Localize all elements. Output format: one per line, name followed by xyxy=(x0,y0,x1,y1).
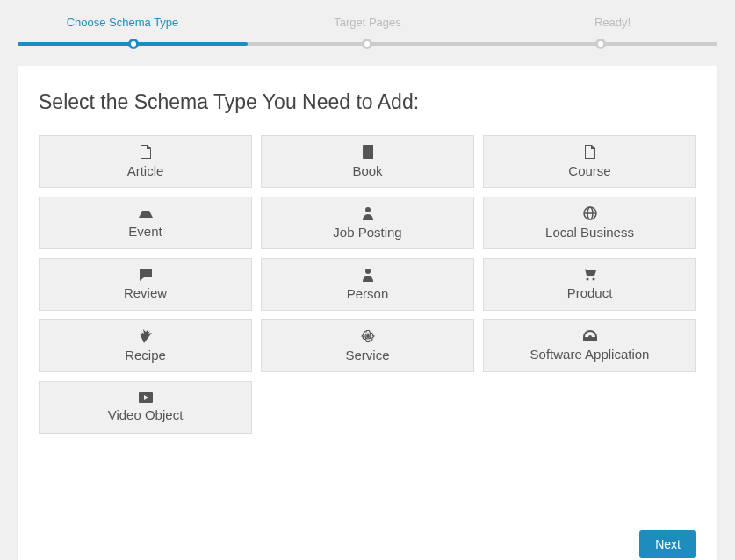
schema-card-label: Event xyxy=(128,224,162,239)
schema-card-label: Person xyxy=(347,286,389,301)
play-icon xyxy=(139,392,153,407)
event-icon xyxy=(139,207,153,224)
next-button[interactable]: Next xyxy=(639,530,696,558)
svg-point-4 xyxy=(365,269,371,274)
schema-card-job-posting[interactable]: Job Posting xyxy=(261,197,474,249)
schema-card-course[interactable]: Course xyxy=(483,135,696,188)
schema-card-label: Recipe xyxy=(125,348,166,363)
gear-icon xyxy=(361,329,375,348)
schema-card-label: Book xyxy=(352,163,382,178)
step-ready[interactable]: Ready! xyxy=(490,16,735,45)
schema-grid: ArticleBookCourseEventJob PostingLocal B… xyxy=(39,135,696,434)
svg-point-7 xyxy=(366,334,370,338)
schema-card-person[interactable]: Person xyxy=(261,258,474,311)
cart-icon xyxy=(583,269,597,285)
schema-card-local-business[interactable]: Local Business xyxy=(483,197,696,249)
schema-card-label: Software Application xyxy=(530,347,650,362)
schema-card-label: Article xyxy=(127,163,164,178)
schema-card-service[interactable]: Service xyxy=(261,319,474,372)
schema-card-label: Local Business xyxy=(545,225,634,240)
schema-card-review[interactable]: Review xyxy=(39,258,252,311)
file-icon xyxy=(140,145,152,163)
step-dot-2 xyxy=(362,39,372,49)
schema-card-software-application[interactable]: Software Application xyxy=(483,319,696,372)
comment-icon xyxy=(140,269,152,285)
schema-card-label: Review xyxy=(124,285,167,300)
schema-card-label: Course xyxy=(568,163,610,178)
step-choose-schema[interactable]: Choose Schema Type xyxy=(0,16,245,45)
svg-point-5 xyxy=(586,278,588,281)
schema-card-label: Product xyxy=(567,285,613,300)
dashboard-icon xyxy=(583,330,597,347)
schema-card-video-object[interactable]: Video Object xyxy=(39,381,252,434)
wizard-steps: Choose Schema Type Target Pages Ready! xyxy=(0,0,735,45)
svg-point-6 xyxy=(592,278,594,281)
globe-icon xyxy=(583,206,597,225)
schema-card-product[interactable]: Product xyxy=(483,258,696,311)
user-icon xyxy=(363,206,373,225)
step-dot-3 xyxy=(595,39,606,49)
user-icon xyxy=(363,268,373,286)
wizard-panel: Select the Schema Type You Need to Add: … xyxy=(18,66,717,560)
schema-card-book[interactable]: Book xyxy=(261,135,474,188)
svg-point-0 xyxy=(365,207,371,212)
book-icon xyxy=(362,145,374,163)
schema-card-recipe[interactable]: Recipe xyxy=(39,319,252,372)
schema-card-label: Service xyxy=(345,348,389,363)
step-dot-1 xyxy=(128,39,139,49)
schema-card-event[interactable]: Event xyxy=(39,197,252,249)
schema-card-article[interactable]: Article xyxy=(39,135,252,188)
schema-card-label: Video Object xyxy=(108,407,184,422)
carrot-icon xyxy=(140,329,152,348)
panel-footer: Next xyxy=(39,530,696,558)
file-icon xyxy=(584,145,596,163)
svg-point-8 xyxy=(588,335,592,339)
schema-card-label: Job Posting xyxy=(333,225,401,240)
panel-heading: Select the Schema Type You Need to Add: xyxy=(39,90,696,114)
